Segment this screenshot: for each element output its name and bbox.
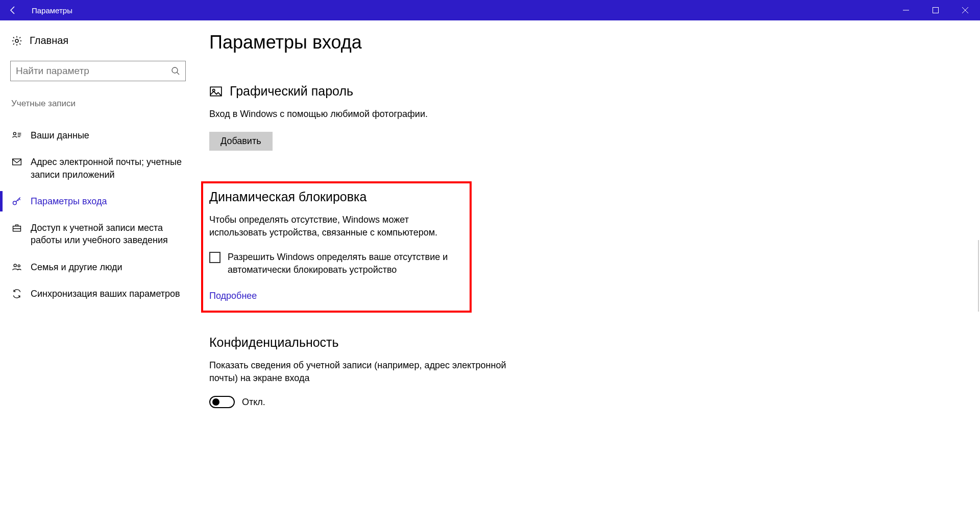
sidebar-item-label: Синхронизация ваших параметров [31, 288, 180, 300]
svg-point-5 [172, 67, 178, 73]
sidebar-item-label: Доступ к учетной записи места работы или… [31, 222, 188, 247]
sidebar-item-family[interactable]: Семья и другие люди [10, 254, 189, 280]
sidebar-group-title: Учетные записи [11, 99, 189, 109]
sidebar-item-label: Ваши данные [31, 129, 89, 141]
sidebar-home[interactable]: Главная [11, 35, 189, 46]
sync-icon [11, 289, 22, 299]
sidebar-home-label: Главная [30, 35, 68, 46]
back-button[interactable] [0, 0, 27, 20]
sidebar-item-sync[interactable]: Синхронизация ваших параметров [10, 280, 189, 307]
checkbox-label: Разрешить Windows определять ваше отсутс… [228, 251, 463, 276]
key-icon [11, 196, 22, 206]
section-description: Чтобы определять отсутствие, Windows мож… [209, 214, 463, 239]
svg-rect-1 [933, 8, 939, 13]
briefcase-icon [11, 223, 22, 233]
learn-more-link[interactable]: Подробнее [209, 291, 257, 301]
sidebar-item-work-school[interactable]: Доступ к учетной записи места работы или… [10, 215, 189, 254]
page-title: Параметры входа [209, 32, 980, 53]
sidebar: Главная Учетные записи Ваши данные Адрес… [0, 20, 199, 520]
add-button[interactable]: Добавить [209, 132, 273, 151]
svg-point-16 [18, 265, 20, 267]
scrollbar[interactable] [978, 240, 979, 312]
titlebar: Параметры [0, 0, 980, 20]
svg-point-12 [13, 201, 17, 205]
section-privacy: Конфиденциальность Показать сведения об … [209, 335, 536, 408]
sidebar-item-label: Адрес электронной почты; учетные записи … [31, 156, 188, 181]
svg-rect-11 [13, 159, 21, 165]
svg-line-6 [177, 73, 180, 75]
search-input[interactable] [10, 61, 186, 81]
section-description: Показать сведения об учетной записи (нап… [209, 359, 536, 385]
search-field[interactable] [16, 65, 171, 77]
minimize-button[interactable] [891, 0, 921, 20]
sidebar-item-label: Семья и другие люди [31, 261, 122, 273]
picture-icon [209, 85, 223, 98]
sidebar-item-signin-options[interactable]: Параметры входа [10, 188, 189, 215]
section-picture-password: Графический пароль Вход в Windows с помо… [209, 84, 536, 151]
section-heading: Графический пароль [230, 84, 353, 99]
sidebar-item-label: Параметры входа [31, 195, 107, 207]
sidebar-item-email-accounts[interactable]: Адрес электронной почты; учетные записи … [10, 149, 189, 188]
toggle-state-label: Откл. [242, 397, 265, 408]
sidebar-item-your-info[interactable]: Ваши данные [10, 122, 189, 149]
people-icon [11, 262, 22, 272]
svg-point-4 [15, 39, 18, 42]
section-heading: Конфиденциальность [209, 335, 536, 350]
dynamic-lock-checkbox[interactable] [209, 252, 220, 263]
maximize-button[interactable] [921, 0, 950, 20]
svg-point-15 [14, 264, 16, 267]
gear-icon [11, 35, 22, 46]
window-title: Параметры [32, 6, 72, 15]
section-dynamic-lock: Динамическая блокировка Чтобы определять… [201, 181, 472, 313]
svg-point-7 [13, 132, 16, 135]
close-button[interactable] [950, 0, 980, 20]
content-area: Параметры входа Графический пароль Вход … [199, 20, 980, 520]
person-card-icon [11, 130, 22, 140]
privacy-toggle[interactable] [209, 396, 235, 408]
search-icon [171, 66, 180, 76]
section-description: Вход в Windows с помощью любимой фотогра… [209, 108, 536, 121]
mail-icon [11, 157, 22, 167]
section-heading: Динамическая блокировка [209, 190, 463, 204]
